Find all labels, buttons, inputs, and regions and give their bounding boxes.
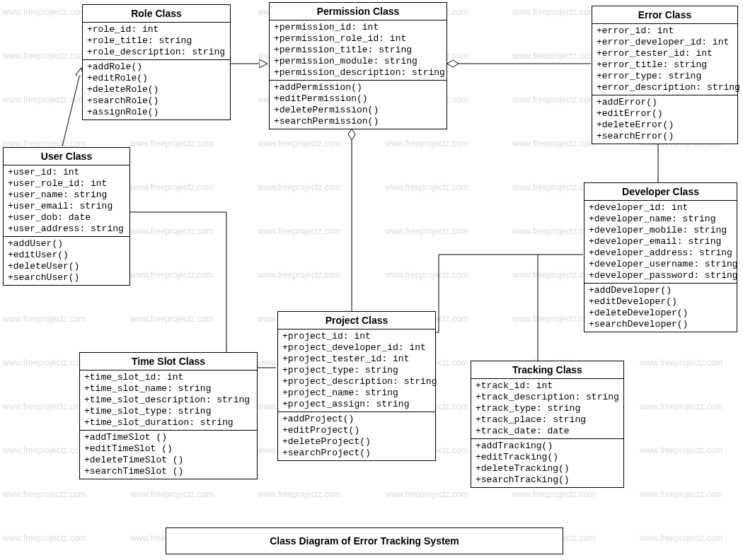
class-user-attrs: +user_id: int+user_role_id: int+user_nam… — [4, 165, 129, 237]
diagram-caption: Class Diagram of Error Tracking System — [166, 527, 563, 554]
class-line: +editRole() — [87, 73, 226, 84]
class-timeslot-ops: +addTimeSlot ()+editTimeSlot ()+deleteTi… — [80, 431, 257, 479]
class-line: +user_address: string — [8, 223, 125, 235]
class-line: +searchProject() — [282, 448, 431, 459]
class-developer-attrs: +developer_id: int+developer_name: strin… — [584, 201, 737, 284]
class-line: +developer_address: string — [589, 247, 732, 259]
class-role: Role Class +role_id: int+role_title: str… — [82, 4, 231, 120]
class-permission: Permission Class +permission_id: int+per… — [269, 2, 447, 129]
class-line: +error_id: int — [597, 25, 733, 37]
class-role-ops: +addRole()+editRole()+deleteRole()+searc… — [83, 60, 230, 119]
class-line: +addPermission() — [274, 82, 442, 93]
class-line: +developer_mobile: string — [589, 225, 732, 236]
class-line: +user_dob: date — [8, 212, 125, 223]
class-line: +project_tester_id: int — [282, 354, 431, 365]
class-error-attrs: +error_id: int+error_developer_id: int+e… — [592, 24, 737, 95]
class-line: +error_description: string — [597, 82, 733, 93]
class-line: +searchRole() — [87, 95, 226, 107]
class-timeslot-attrs: +time_slot_id: int+time_slot_name: strin… — [80, 371, 257, 431]
class-tracking-attrs: +track_id: int+track_description: string… — [471, 379, 623, 439]
class-line: +time_slot_type: string — [84, 406, 253, 417]
class-timeslot-title: Time Slot Class — [80, 353, 257, 371]
class-line: +project_assign: string — [282, 399, 431, 410]
class-line: +role_description: string — [87, 47, 226, 58]
class-line: +track_place: string — [476, 414, 619, 426]
class-line: +permission_id: int — [274, 22, 442, 33]
class-tracking-title: Tracking Class — [471, 361, 623, 379]
class-line: +developer_email: string — [589, 236, 732, 247]
class-line: +error_title: string — [597, 59, 733, 71]
class-line: +searchPermission() — [274, 116, 442, 127]
class-line: +time_slot_duration: string — [84, 417, 253, 428]
class-line: +addUser() — [8, 238, 125, 250]
class-line: +searchError() — [597, 131, 733, 142]
class-line: +project_id: int — [282, 331, 431, 342]
class-line: +deleteUser() — [8, 261, 125, 272]
class-line: +developer_id: int — [589, 202, 732, 214]
class-line: +project_type: string — [282, 365, 431, 376]
class-role-attrs: +role_id: int+role_title: string+role_de… — [83, 23, 230, 60]
class-line: +role_id: int — [87, 24, 226, 35]
class-developer-ops: +addDeveloper()+editDeveloper()+deleteDe… — [584, 284, 737, 332]
class-line: +track_description: string — [476, 392, 619, 403]
class-permission-attrs: +permission_id: int+permission_role_id: … — [270, 21, 447, 81]
class-line: +track_date: date — [476, 426, 619, 437]
class-user-title: User Class — [4, 148, 129, 165]
class-user-ops: +addUser()+editUser()+deleteUser()+searc… — [4, 237, 129, 285]
class-line: +searchDeveloper() — [589, 319, 732, 330]
class-line: +permission_description: string — [274, 67, 442, 78]
class-line: +addTimeSlot () — [84, 432, 253, 443]
class-role-title: Role Class — [83, 5, 230, 23]
class-line: +permission_role_id: int — [274, 33, 442, 45]
class-line: +editError() — [597, 108, 733, 119]
class-line: +developer_password: string — [589, 270, 732, 281]
class-line: +user_id: int — [8, 167, 125, 178]
class-permission-title: Permission Class — [270, 3, 447, 21]
class-line: +user_name: string — [8, 189, 125, 201]
class-line: +addError() — [597, 97, 733, 108]
class-tracking: Tracking Class +track_id: int+track_desc… — [471, 361, 624, 488]
class-error: Error Class +error_id: int+error_develop… — [592, 6, 738, 144]
class-line: +deleteTracking() — [476, 463, 619, 474]
class-line: +role_title: string — [87, 35, 226, 47]
class-project: Project Class +project_id: int+project_d… — [277, 311, 436, 461]
class-timeslot: Time Slot Class +time_slot_id: int+time_… — [79, 352, 258, 479]
class-line: +editTracking() — [476, 452, 619, 463]
class-line: +addProject() — [282, 414, 431, 425]
class-line: +assignRole() — [87, 107, 226, 118]
class-line: +addDeveloper() — [589, 285, 732, 296]
class-project-attrs: +project_id: int+project_developer_id: i… — [278, 329, 435, 412]
class-line: +error_developer_id: int — [597, 37, 733, 48]
class-line: +error_type: string — [597, 71, 733, 82]
class-line: +track_id: int — [476, 380, 619, 392]
class-error-ops: +addError()+editError()+deleteError()+se… — [592, 95, 737, 144]
class-line: +editPermission() — [274, 93, 442, 105]
class-line: +developer_name: string — [589, 214, 732, 225]
class-user: User Class +user_id: int+user_role_id: i… — [3, 147, 130, 286]
class-line: +editTimeSlot () — [84, 443, 253, 455]
class-line: +searchUser() — [8, 272, 125, 284]
class-line: +time_slot_name: string — [84, 383, 253, 395]
class-line: +searchTimeSlot () — [84, 466, 253, 477]
class-tracking-ops: +addTracking()+editTracking()+deleteTrac… — [471, 439, 623, 487]
svg-line-0 — [62, 68, 81, 146]
class-line: +editUser() — [8, 250, 125, 261]
class-line: +project_description: string — [282, 376, 431, 387]
class-line: +permission_module: string — [274, 56, 442, 67]
class-developer: Developer Class +developer_id: int+devel… — [584, 182, 737, 332]
class-line: +user_role_id: int — [8, 178, 125, 189]
class-line: +project_developer_id: int — [282, 342, 431, 354]
class-line: +track_type: string — [476, 403, 619, 414]
caption-text: Class Diagram of Error Tracking System — [270, 535, 459, 547]
class-line: +time_slot_description: string — [84, 395, 253, 406]
class-line: +deleteTimeSlot () — [84, 455, 253, 466]
class-line: +project_name: string — [282, 387, 431, 399]
class-line: +editDeveloper() — [589, 296, 732, 308]
class-error-title: Error Class — [592, 6, 737, 24]
class-line: +editProject() — [282, 425, 431, 436]
class-line: +permission_title: string — [274, 45, 442, 56]
class-permission-ops: +addPermission()+editPermission()+delete… — [270, 81, 447, 129]
class-line: +deleteProject() — [282, 436, 431, 448]
class-project-title: Project Class — [278, 312, 435, 329]
class-developer-title: Developer Class — [584, 183, 737, 201]
